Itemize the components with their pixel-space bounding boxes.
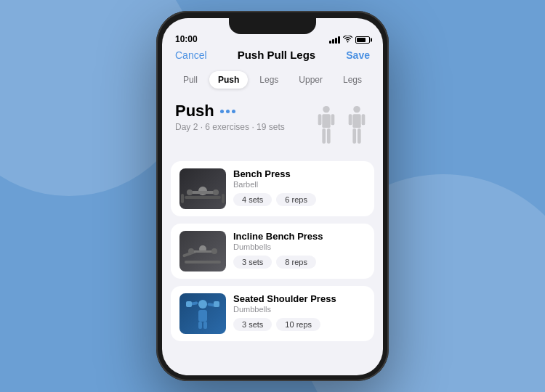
svg-rect-14 — [222, 194, 225, 203]
svg-point-18 — [213, 189, 219, 195]
body-front-icon — [313, 105, 339, 152]
status-time: 10:00 — [175, 34, 198, 44]
svg-rect-13 — [181, 194, 184, 203]
sets-tag-shoulder-press: 3 sets — [233, 318, 272, 331]
svg-point-6 — [353, 106, 360, 113]
exercise-name-incline-bench: Incline Bench Press — [233, 231, 366, 242]
exercise-equipment-incline-bench: Dumbbells — [233, 242, 366, 251]
exercise-name-shoulder-press: Seated Shoulder Press — [233, 293, 366, 304]
exercise-name-bench-press: Bench Press — [233, 168, 366, 179]
svg-point-0 — [323, 106, 329, 113]
svg-point-25 — [198, 300, 207, 309]
signal-icon — [329, 36, 340, 44]
svg-rect-5 — [327, 128, 331, 144]
wifi-icon — [343, 36, 352, 44]
exercise-info-incline-bench: Incline Bench Press Dumbbells 3 sets 8 r… — [233, 231, 366, 269]
nav-header: Cancel Push Pull Legs Save — [162, 47, 383, 68]
tab-upper[interactable]: Upper — [290, 71, 331, 89]
reps-tag-shoulder-press: 10 reps — [276, 318, 320, 331]
dot-2 — [226, 110, 230, 113]
svg-rect-1 — [322, 114, 330, 128]
sets-tag-incline-bench: 3 sets — [233, 256, 272, 269]
reps-tag-bench-press: 6 reps — [276, 193, 316, 206]
exercise-list: Bench Press Barbell 4 sets 6 reps — [162, 155, 383, 375]
exercise-info-shoulder-press: Seated Shoulder Press Dumbbells 3 sets 1… — [233, 293, 366, 331]
reps-tag-incline-bench: 8 reps — [276, 256, 316, 269]
dot-1 — [220, 110, 224, 113]
exercise-tags-bench-press: 4 sets 6 reps — [233, 193, 366, 206]
cancel-button[interactable]: Cancel — [175, 49, 207, 61]
section-name: Push — [175, 102, 214, 121]
section-title-row: Push — [175, 102, 306, 121]
section-header: Push Day 2 · 6 exercises · 19 sets — [162, 96, 383, 155]
exercise-thumb-shoulder-press — [179, 293, 226, 334]
phone-frame: 10:00 — [156, 11, 389, 381]
exercise-equipment-shoulder-press: Dumbbells — [233, 305, 366, 314]
svg-rect-19 — [185, 261, 221, 264]
sets-tag-bench-press: 4 sets — [233, 193, 272, 206]
svg-rect-7 — [352, 114, 360, 128]
exercise-card-incline-bench[interactable]: Incline Bench Press Dumbbells 3 sets 8 r… — [171, 224, 374, 279]
svg-rect-11 — [358, 128, 361, 144]
svg-rect-12 — [185, 196, 221, 199]
svg-point-23 — [188, 248, 194, 254]
exercise-card-shoulder-press[interactable]: Seated Shoulder Press Dumbbells 3 sets 1… — [171, 286, 374, 341]
svg-rect-30 — [214, 301, 219, 307]
svg-point-24 — [211, 248, 217, 254]
exercise-tags-incline-bench: 3 sets 8 reps — [233, 256, 366, 269]
svg-rect-9 — [362, 114, 366, 125]
svg-rect-26 — [198, 310, 207, 322]
page-title: Push Pull Legs — [238, 49, 316, 61]
screen-content: 10:00 — [162, 18, 383, 375]
svg-point-17 — [187, 189, 193, 195]
tab-pull[interactable]: Pull — [174, 71, 206, 89]
exercise-card-bench-press[interactable]: Bench Press Barbell 4 sets 6 reps — [171, 161, 374, 216]
phone-screen: 10:00 — [162, 18, 383, 375]
tab-legs-1[interactable]: Legs — [251, 71, 287, 89]
status-icons — [329, 36, 370, 44]
exercise-equipment-bench-press: Barbell — [233, 180, 366, 189]
tab-push[interactable]: Push — [209, 71, 248, 89]
svg-rect-10 — [352, 128, 356, 144]
exercise-tags-shoulder-press: 3 sets 10 reps — [233, 318, 366, 331]
section-meta: Day 2 · 6 exercises · 19 sets — [175, 122, 306, 132]
battery-icon — [355, 36, 370, 44]
svg-rect-31 — [198, 322, 202, 329]
svg-rect-29 — [186, 301, 192, 307]
svg-rect-32 — [203, 322, 207, 329]
exercise-thumb-incline-bench — [179, 231, 226, 271]
more-options-button[interactable] — [220, 110, 235, 113]
svg-rect-3 — [331, 114, 335, 125]
svg-rect-4 — [322, 128, 326, 144]
svg-rect-2 — [318, 114, 322, 125]
tabs-row: Pull Push Legs Upper Legs — [162, 68, 383, 96]
exercise-thumb-bench-press — [179, 168, 226, 209]
dot-3 — [232, 110, 235, 113]
svg-rect-8 — [349, 114, 352, 125]
phone-notch — [229, 18, 316, 34]
tab-legs-2[interactable]: Legs — [334, 71, 371, 89]
exercise-info-bench-press: Bench Press Barbell 4 sets 6 reps — [233, 168, 366, 206]
phone-wrapper: 10:00 — [156, 11, 389, 381]
body-figures — [313, 105, 370, 152]
save-button[interactable]: Save — [346, 49, 370, 61]
section-info: Push Day 2 · 6 exercises · 19 sets — [175, 102, 306, 132]
body-back-icon — [344, 105, 370, 152]
